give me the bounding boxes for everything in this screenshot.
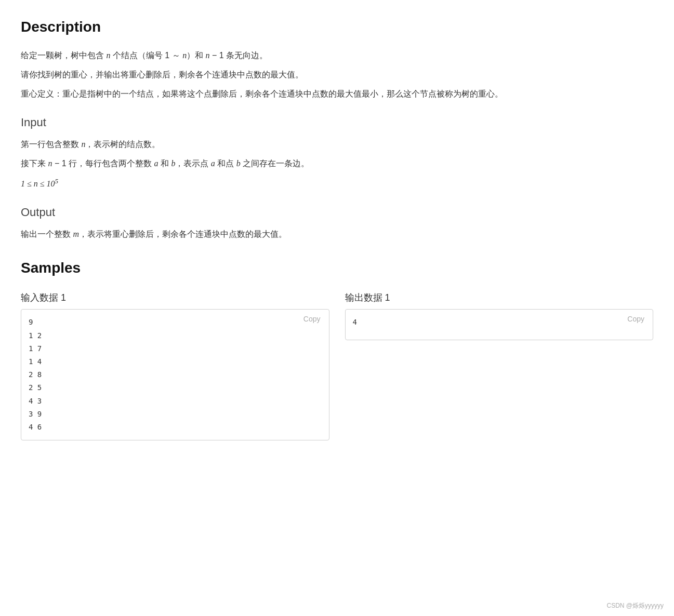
description-title: Description — [21, 16, 653, 39]
copy-output-button[interactable]: Copy — [624, 314, 647, 324]
sample1-output-content: 4 — [353, 316, 646, 329]
desc-para2: 请你找到树的重心，并输出将重心删除后，剩余各个连通块中点数的最大值。 — [21, 68, 653, 82]
sample1-input-box: Copy 9 1 2 1 7 1 4 2 8 2 5 4 3 3 9 4 6 — [21, 309, 329, 440]
input-constraint: 1 ≤ n ≤ 105 — [21, 176, 653, 191]
input-title: Input — [21, 113, 653, 131]
desc-para3: 重心定义：重心是指树中的一个结点，如果将这个点删除后，剩余各个连通块中点数的最大… — [21, 87, 653, 101]
output-title: Output — [21, 203, 653, 221]
sample1-input-section: 输入数据 1 Copy 9 1 2 1 7 1 4 2 8 2 5 4 3 3 … — [21, 290, 329, 440]
sample1-input-label: 输入数据 1 — [21, 290, 329, 305]
input-para1: 第一行包含整数 n，表示树的结点数。 — [21, 137, 653, 151]
sample1-input-content: 9 1 2 1 7 1 4 2 8 2 5 4 3 3 9 4 6 — [29, 316, 322, 434]
copy-input-button[interactable]: Copy — [300, 314, 324, 324]
samples-title: Samples — [21, 257, 653, 280]
sample1-output-section: 输出数据 1 Copy 4 — [345, 290, 654, 440]
sample1-output-box: Copy 4 — [345, 309, 654, 340]
samples-grid: 输入数据 1 Copy 9 1 2 1 7 1 4 2 8 2 5 4 3 3 … — [21, 290, 653, 440]
input-para2: 接下来 n − 1 行，每行包含两个整数 a 和 b，表示点 a 和点 b 之间… — [21, 156, 653, 170]
sample1-output-label: 输出数据 1 — [345, 290, 654, 305]
desc-para1: 给定一颗树，树中包含 n 个结点（编号 1 ～ n）和 n − 1 条无向边。 — [21, 48, 653, 62]
output-para1: 输出一个整数 m，表示将重心删除后，剩余各个连通块中点数的最大值。 — [21, 227, 653, 241]
